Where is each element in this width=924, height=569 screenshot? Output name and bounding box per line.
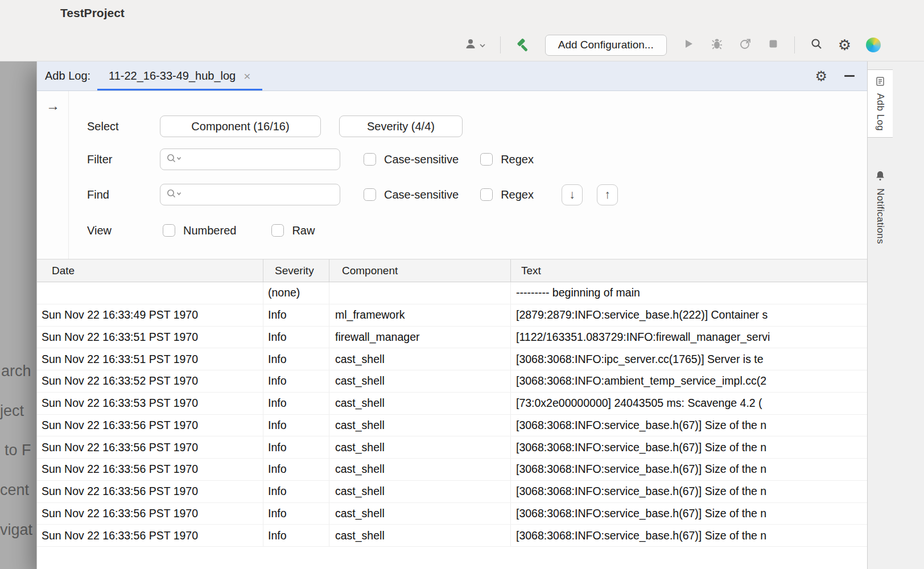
table-row[interactable]: Sun Nov 22 16:33:56 PST 1970 Info cast_s…: [37, 436, 867, 459]
screen: TestProject Add Configuration...: [0, 0, 924, 569]
log-date-cell: Sun Nov 22 16:33:52 PST 1970: [37, 370, 263, 392]
filter-regex-checkbox[interactable]: [480, 153, 493, 166]
add-configuration-button[interactable]: Add Configuration...: [545, 35, 667, 56]
panel-title: Adb Log:: [45, 69, 90, 83]
log-component-cell: cast_shell: [329, 415, 511, 436]
log-text-cell: [2879:2879:INFO:service_base.h(222)] Con…: [511, 304, 867, 326]
log-severity-cell: Info: [263, 327, 329, 348]
log-date-cell: Sun Nov 22 16:33:56 PST 1970: [37, 525, 263, 546]
log-file-tab[interactable]: 11-22_16-33-49_hub_log ×: [97, 61, 262, 90]
table-row[interactable]: Sun Nov 22 16:33:52 PST 1970 Info cast_s…: [37, 370, 867, 393]
log-severity-cell: Info: [263, 525, 329, 546]
view-label: View: [87, 224, 160, 237]
find-previous-button[interactable]: ↑: [597, 184, 618, 205]
log-text-cell: --------- beginning of main: [511, 282, 867, 304]
profiler-icon: [739, 37, 752, 53]
expand-arrow-icon[interactable]: →: [46, 99, 60, 113]
tool-window-stripe: Adb Log Notifications: [867, 61, 924, 569]
log-severity-cell: Info: [263, 393, 329, 414]
log-date-cell: Sun Nov 22 16:33:56 PST 1970: [37, 459, 263, 480]
bell-icon: [874, 170, 886, 184]
component-filter-label: Component (16/16): [191, 120, 289, 133]
background-text-fragment: vigat: [0, 521, 32, 539]
severity-filter-button[interactable]: Severity (4/4): [339, 116, 463, 137]
stripe-tab-notifications[interactable]: Notifications: [868, 164, 893, 250]
panel-settings-gear-icon[interactable]: ⚙: [815, 69, 827, 83]
select-label: Select: [87, 120, 160, 133]
filter-input[interactable]: [185, 153, 340, 166]
table-row[interactable]: (none) --------- beginning of main: [37, 282, 867, 304]
log-severity-cell: Info: [263, 459, 329, 480]
log-severity-cell: Info: [263, 304, 329, 326]
run-button[interactable]: [682, 37, 695, 53]
find-input-wrapper: [160, 184, 340, 205]
adb-log-panel: Adb Log: 11-22_16-33-49_hub_log × ⚙ → Se…: [36, 61, 867, 569]
column-header-component[interactable]: Component: [329, 259, 511, 282]
filter-case-sensitive-checkbox[interactable]: [364, 153, 376, 166]
log-text-cell: [1122/163351.083729:INFO:firewall_manage…: [511, 327, 867, 348]
stripe-tab-adb-log[interactable]: Adb Log: [868, 69, 893, 138]
debug-button[interactable]: [710, 37, 724, 53]
filter-gutter: →: [37, 91, 69, 259]
filter-regex-label: Regex: [501, 153, 534, 166]
column-header-text[interactable]: Text: [511, 259, 867, 282]
table-row[interactable]: Sun Nov 22 16:33:56 PST 1970 Info cast_s…: [37, 481, 867, 503]
panel-header-actions: ⚙: [815, 69, 855, 83]
log-component-cell: cast_shell: [329, 525, 511, 546]
find-row: Find Case-sensitive Regex ↓ ↑: [87, 184, 861, 205]
ai-assistant-button[interactable]: [866, 38, 881, 52]
search-with-history-icon[interactable]: [166, 153, 182, 166]
column-header-date[interactable]: Date: [37, 259, 263, 282]
bug-icon: [710, 37, 724, 53]
log-date-cell: Sun Nov 22 16:33:56 PST 1970: [37, 481, 263, 502]
select-row: Select Component (16/16) Severity (4/4): [87, 116, 861, 137]
component-filter-button[interactable]: Component (16/16): [160, 116, 321, 137]
panel-header: Adb Log: 11-22_16-33-49_hub_log × ⚙: [37, 61, 867, 91]
find-regex-label: Regex: [501, 188, 534, 201]
numbered-checkbox[interactable]: [163, 224, 175, 237]
stop-button[interactable]: [767, 38, 779, 52]
titlebar: TestProject Add Configuration...: [0, 0, 924, 61]
hammer-icon: [515, 38, 530, 52]
user-profile-button[interactable]: [464, 38, 485, 52]
person-icon: [464, 38, 477, 52]
log-severity-cell: Info: [263, 481, 329, 502]
table-row[interactable]: Sun Nov 22 16:33:53 PST 1970 Info cast_s…: [37, 393, 867, 415]
filter-label: Filter: [87, 153, 160, 166]
find-input[interactable]: [185, 188, 340, 201]
log-component-cell: cast_shell: [329, 348, 511, 370]
raw-checkbox[interactable]: [271, 224, 284, 237]
search-everywhere-button[interactable]: [810, 37, 823, 53]
log-component-cell: cast_shell: [329, 436, 511, 458]
table-row[interactable]: Sun Nov 22 16:33:51 PST 1970 Info cast_s…: [37, 348, 867, 370]
find-case-sensitive-checkbox[interactable]: [364, 188, 376, 201]
column-header-severity[interactable]: Severity: [263, 259, 329, 282]
find-regex-checkbox[interactable]: [480, 188, 493, 201]
log-text-cell: [3068:3068:INFO:service_base.h(67)] Size…: [511, 415, 867, 436]
assistant-sphere-icon: [866, 38, 881, 52]
find-next-button[interactable]: ↓: [562, 184, 583, 205]
table-row[interactable]: Sun Nov 22 16:33:51 PST 1970 Info firewa…: [37, 327, 867, 349]
severity-filter-label: Severity (4/4): [367, 120, 435, 133]
profiler-button[interactable]: [739, 37, 752, 53]
hide-panel-icon[interactable]: [844, 75, 855, 77]
play-icon: [682, 37, 695, 53]
log-text-cell: [3068:3068:INFO:service_base.h(67)] Size…: [511, 503, 867, 525]
main-toolbar: Add Configuration...: [464, 33, 881, 57]
table-row[interactable]: Sun Nov 22 16:33:56 PST 1970 Info cast_s…: [37, 503, 867, 525]
log-component-cell: cast_shell: [329, 370, 511, 392]
close-tab-icon[interactable]: ×: [244, 70, 250, 82]
chevron-down-icon: [480, 40, 485, 50]
table-row[interactable]: Sun Nov 22 16:33:49 PST 1970 Info ml_fra…: [37, 304, 867, 327]
table-row[interactable]: Sun Nov 22 16:33:56 PST 1970 Info cast_s…: [37, 415, 867, 437]
search-with-history-icon[interactable]: [166, 188, 182, 201]
table-row[interactable]: Sun Nov 22 16:33:56 PST 1970 Info cast_s…: [37, 459, 867, 481]
log-file-tab-label: 11-22_16-33-49_hub_log: [109, 69, 236, 83]
log-text-cell: [3068:3068:INFO:service_base.h(67)] Size…: [511, 459, 867, 480]
log-component-cell: cast_shell: [329, 481, 511, 502]
table-row[interactable]: Sun Nov 22 16:33:56 PST 1970 Info cast_s…: [37, 525, 867, 547]
log-component-cell: cast_shell: [329, 503, 511, 525]
arrow-down-icon: ↓: [569, 188, 575, 201]
settings-button[interactable]: ⚙: [838, 38, 851, 52]
build-hammer-icon[interactable]: [515, 38, 530, 52]
